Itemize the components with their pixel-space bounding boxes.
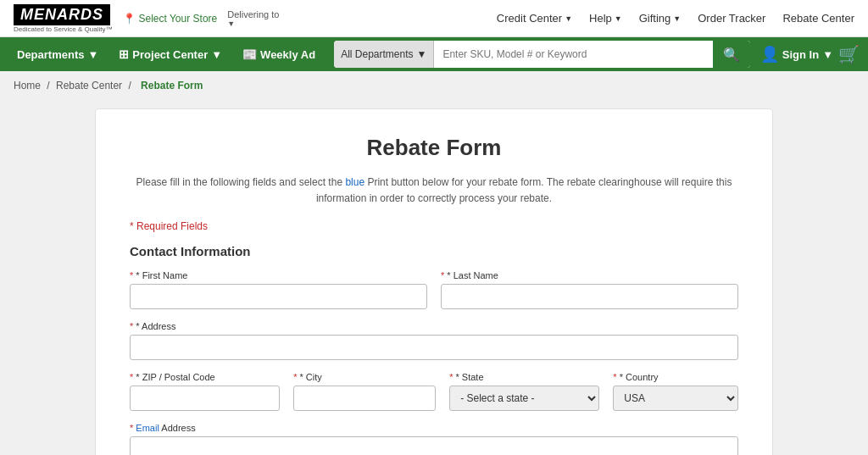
help-link[interactable]: Help ▼ [589, 12, 622, 25]
first-name-group: * * First Name [130, 270, 427, 309]
search-department-dropdown[interactable]: All Departments ▼ [334, 41, 434, 68]
state-select[interactable]: - Select a state - Alabama Alaska Arizon… [449, 386, 599, 411]
project-center-icon: ⊞ [119, 47, 129, 61]
account-icon: 👤 [760, 45, 779, 64]
project-center-caret: ▼ [211, 48, 222, 61]
main-content: Rebate Form Please fill in the following… [95, 108, 773, 455]
email-label: * Email Address [130, 423, 738, 433]
weekly-ad-icon: 📰 [242, 47, 257, 61]
help-caret: ▼ [615, 14, 622, 23]
country-label: * * Country [613, 372, 738, 382]
search-container: All Departments ▼ 🔍 [334, 41, 750, 68]
city-label: * * City [293, 372, 436, 382]
blue-text: blue [345, 176, 364, 188]
store-selector[interactable]: 📍 Select Your Store [123, 13, 218, 25]
delivering-label: Delivering to ▼ [227, 9, 279, 28]
credit-center-link[interactable]: Credit Center ▼ [497, 12, 572, 25]
last-name-label: * * Last Name [441, 270, 738, 280]
email-row: * Email Address [130, 423, 738, 455]
address-label: * * Address [130, 321, 738, 331]
search-input[interactable] [434, 41, 712, 68]
sign-in-caret: ▼ [822, 48, 833, 61]
breadcrumb-home[interactable]: Home [14, 80, 41, 92]
nav-bar: Departments ▼ ⊞ Project Center ▼ 📰 Weekl… [0, 37, 868, 71]
departments-nav[interactable]: Departments ▼ [8, 42, 107, 68]
top-bar: MENARDS Dedicated to Service & Quality™ … [0, 0, 868, 37]
city-group: * * City [293, 372, 436, 411]
weekly-ad-nav[interactable]: 📰 Weekly Ad [234, 41, 324, 68]
state-group: * * State - Select a state - Alabama Ala… [449, 372, 599, 411]
section-title: Contact Information [130, 244, 738, 258]
email-group: * Email Address [130, 423, 738, 455]
zip-group: * * ZIP / Postal Code [130, 372, 280, 411]
city-input[interactable] [293, 386, 436, 411]
address-group: * * Address [130, 321, 738, 360]
sign-in-button[interactable]: 👤 Sign In ▼ [760, 45, 833, 64]
top-bar-right: Credit Center ▼ Help ▼ Gifting ▼ Order T… [497, 12, 854, 25]
form-description: Please fill in the following fields and … [130, 175, 738, 207]
store-selector-label: Select Your Store [139, 13, 218, 25]
first-name-label: * * First Name [130, 270, 427, 280]
logo-container: MENARDS Dedicated to Service & Quality™ [14, 4, 113, 33]
state-label: * * State [449, 372, 599, 382]
gifting-caret: ▼ [673, 14, 681, 23]
breadcrumb-rebate-center[interactable]: Rebate Center [56, 80, 122, 92]
last-name-group: * * Last Name [441, 270, 738, 309]
departments-caret: ▼ [87, 48, 98, 61]
rebate-center-link[interactable]: Rebate Center [782, 12, 854, 25]
location-row: * * ZIP / Postal Code * * City * * State… [130, 372, 738, 411]
credit-center-caret: ▼ [565, 14, 572, 23]
breadcrumb-sep2: / [128, 80, 134, 92]
menards-logo: MENARDS [14, 4, 110, 25]
address-input[interactable] [130, 335, 738, 360]
breadcrumb: Home / Rebate Center / Rebate Form [0, 71, 868, 100]
country-group: * * Country USA Canada [613, 372, 738, 411]
breadcrumb-current: Rebate Form [141, 80, 203, 92]
last-name-input[interactable] [441, 284, 738, 309]
form-title: Rebate Form [130, 135, 738, 161]
breadcrumb-sep1: / [47, 80, 53, 92]
project-center-nav[interactable]: ⊞ Project Center ▼ [110, 41, 231, 68]
nav-right: 👤 Sign In ▼ 🛒 [760, 44, 860, 64]
top-bar-left: MENARDS Dedicated to Service & Quality™ … [14, 4, 279, 33]
gifting-link[interactable]: Gifting ▼ [639, 12, 682, 25]
first-name-input[interactable] [130, 284, 427, 309]
name-row: * * First Name * * Last Name [130, 270, 738, 309]
zip-input[interactable] [130, 386, 280, 411]
search-dept-caret: ▼ [417, 48, 427, 60]
cart-icon[interactable]: 🛒 [838, 44, 860, 64]
search-button[interactable]: 🔍 [713, 41, 750, 68]
logo-trademark: Dedicated to Service & Quality™ [14, 25, 113, 33]
order-tracker-link[interactable]: Order Tracker [698, 12, 765, 25]
zip-label: * * ZIP / Postal Code [130, 372, 280, 382]
address-row: * * Address [130, 321, 738, 360]
country-select[interactable]: USA Canada [613, 386, 738, 411]
required-note: * Required Fields [130, 220, 738, 232]
email-input[interactable] [130, 436, 738, 455]
